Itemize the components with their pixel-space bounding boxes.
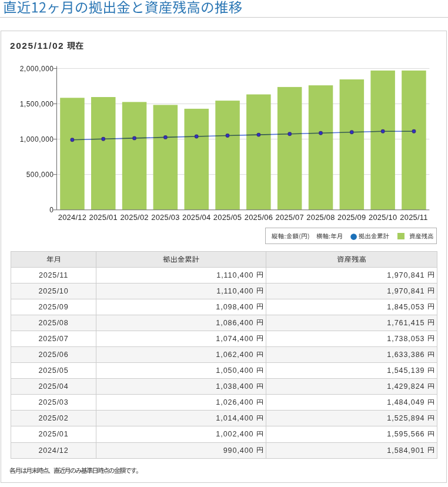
svg-text:2025/04: 2025/04 (182, 213, 210, 222)
svg-text:2025/05: 2025/05 (213, 213, 242, 222)
svg-text:2025/10: 2025/10 (369, 213, 397, 222)
svg-text:2025/06: 2025/06 (245, 213, 273, 222)
svg-text:1,500,000: 1,500,000 (20, 100, 54, 108)
svg-text:2024/12: 2024/12 (58, 213, 86, 222)
svg-text:2,000,000: 2,000,000 (20, 65, 54, 73)
svg-text:2025/09: 2025/09 (337, 213, 366, 222)
svg-text:2025/11: 2025/11 (400, 213, 427, 222)
svg-text:500,000: 500,000 (26, 171, 54, 179)
svg-text:2025/08: 2025/08 (306, 213, 335, 222)
svg-text:1,000,000: 1,000,000 (20, 135, 54, 144)
svg-text:2025/07: 2025/07 (276, 213, 304, 222)
svg-text:2025/02: 2025/02 (120, 213, 148, 222)
svg-text:0: 0 (49, 206, 54, 214)
svg-text:2025/01: 2025/01 (89, 213, 118, 222)
svg-text:2025/03: 2025/03 (151, 213, 179, 222)
